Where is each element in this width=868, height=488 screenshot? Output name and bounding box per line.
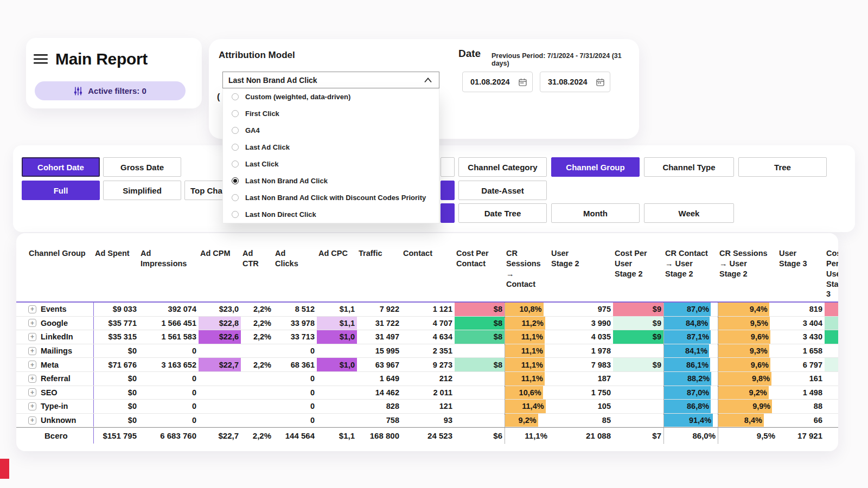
attribution-option-label: Last Ad Click xyxy=(245,143,290,151)
report-type-button-channel-group[interactable]: Channel Group xyxy=(551,157,640,177)
table-cell: $22,7 xyxy=(199,428,241,444)
report-type-button-channel-category[interactable]: Channel Category xyxy=(458,157,547,177)
report-type-button-full[interactable]: Full xyxy=(22,181,100,200)
attribution-option[interactable]: First Click xyxy=(223,105,439,122)
expand-row-icon[interactable]: + xyxy=(28,402,36,410)
table-cell: 121 xyxy=(401,400,455,413)
date-to-input[interactable]: 31.08.2024 xyxy=(540,72,610,92)
date-from-input[interactable]: 01.08.2024 xyxy=(462,72,533,92)
attribution-option[interactable]: Last Click xyxy=(223,156,439,172)
table-cell xyxy=(199,386,241,400)
table-cell: $6 xyxy=(455,428,505,444)
report-type-button-tree[interactable]: Tree xyxy=(738,157,827,177)
table-cell xyxy=(613,386,663,400)
radio-icon[interactable] xyxy=(232,194,239,201)
channel-name: Google xyxy=(41,319,68,328)
table-cell: 0 xyxy=(139,372,199,386)
previous-period-label: Previous Period: 7/1/2024 - 7/31/2024 (3… xyxy=(492,52,639,67)
table-column-header: Ad Impressions xyxy=(139,248,199,301)
expand-row-icon[interactable]: + xyxy=(28,361,36,369)
table-cell xyxy=(825,428,838,444)
table-cell: $9 xyxy=(613,303,663,316)
radio-icon[interactable] xyxy=(232,127,239,134)
attribution-option[interactable]: Last Non Brand Ad Click with Discount Co… xyxy=(223,189,439,206)
expand-row-icon[interactable]: + xyxy=(28,333,36,341)
table-cell: $1,0 xyxy=(317,358,357,371)
table-column-header: Cost Per User Stage 2 xyxy=(613,248,663,301)
expand-row-icon[interactable]: + xyxy=(28,375,36,383)
attribution-dropdown: Last Non Brand Ad Click Custom (weighted… xyxy=(222,72,439,223)
report-type-button-week[interactable]: Week xyxy=(644,203,734,223)
attribution-option-label: Last Non Direct Click xyxy=(245,210,316,219)
calendar-icon xyxy=(596,78,604,86)
table-cell: $0 xyxy=(93,372,139,386)
report-type-button-date-tree[interactable]: Date Tree xyxy=(458,203,547,223)
table-cell: $22,7 xyxy=(199,358,241,371)
table-column-header: CR Sessions → User Stage 2 xyxy=(718,248,777,301)
table-cell xyxy=(317,344,357,358)
table-cell: $8 xyxy=(455,358,505,371)
table-cell: $9 xyxy=(613,330,663,344)
attribution-option-label: First Click xyxy=(245,110,279,118)
radio-icon[interactable] xyxy=(232,160,239,168)
radio-selected-icon[interactable] xyxy=(232,177,239,184)
hidden-button[interactable] xyxy=(441,181,455,200)
attribution-option[interactable]: GA4 xyxy=(223,122,439,139)
radio-icon[interactable] xyxy=(232,110,239,117)
table-cell: 31 722 xyxy=(357,317,401,330)
table-column-header: Contact xyxy=(401,248,455,301)
table-cell: 9,4% xyxy=(718,303,777,316)
report-type-button-simplified[interactable]: Simplified xyxy=(103,181,181,200)
table-row: +Type-in$00082812111,4%10586,8%9,9%88 xyxy=(16,400,838,414)
attribution-option[interactable]: Custom (weighted, data-driven) xyxy=(223,88,439,105)
table-cell: $0 xyxy=(93,400,139,413)
table-cell xyxy=(199,414,241,427)
table-cell: 1 498 xyxy=(777,386,825,400)
table-cell xyxy=(317,372,357,386)
report-type-button-month[interactable]: Month xyxy=(551,203,640,223)
table-cell: $9 xyxy=(613,317,663,330)
table-cell: 63 967 xyxy=(357,358,401,371)
expand-row-icon[interactable]: + xyxy=(28,416,36,425)
table-cell xyxy=(455,344,505,358)
channel-name: SEO xyxy=(41,388,58,397)
hidden-button[interactable] xyxy=(441,157,455,177)
table-column-header: Ad Spent xyxy=(93,248,139,301)
menu-icon[interactable] xyxy=(34,54,48,65)
table-cell: 4 634 xyxy=(401,330,455,344)
report-type-button-date-asset[interactable]: Date-Asset xyxy=(458,181,547,200)
stray-paren-text: ( xyxy=(217,92,220,102)
table-cell xyxy=(825,344,838,358)
attribution-option[interactable]: Last Non Direct Click xyxy=(223,206,439,223)
table-cell: 10,6% xyxy=(505,386,550,400)
expand-row-icon[interactable]: + xyxy=(28,347,36,355)
table-cell xyxy=(455,400,505,413)
table-cell: 0 xyxy=(273,344,317,358)
table-cell xyxy=(455,414,505,427)
attribution-option[interactable]: Last Non Brand Ad Click xyxy=(223,172,439,189)
expand-row-icon[interactable]: + xyxy=(28,305,36,313)
table-cell: 6 797 xyxy=(777,358,825,371)
attribution-select[interactable]: Last Non Brand Ad Click xyxy=(222,72,439,88)
expand-row-icon[interactable]: + xyxy=(28,319,36,327)
report-type-button-channel-type[interactable]: Channel Type xyxy=(644,157,734,177)
report-type-button-gross-date[interactable]: Gross Date xyxy=(103,157,181,177)
table-cell xyxy=(241,400,273,413)
attribution-option[interactable]: Last Ad Click xyxy=(223,139,439,156)
active-filters-pill[interactable]: Active filters: 0 xyxy=(35,81,186,100)
table-cell xyxy=(455,386,505,400)
hidden-button[interactable] xyxy=(441,203,455,223)
expand-row-icon[interactable]: + xyxy=(28,388,36,396)
report-type-button-cohort-date[interactable]: Cohort Date xyxy=(22,157,100,177)
table-cell: 758 xyxy=(357,414,401,427)
table-cell: 0 xyxy=(273,372,317,386)
table-cell: 24 523 xyxy=(401,428,455,444)
table-cell: 88 xyxy=(777,400,825,413)
radio-icon[interactable] xyxy=(232,211,239,218)
table-cell: 7 983 xyxy=(550,358,613,371)
table-cell: 87,0% xyxy=(663,303,718,316)
attribution-selected-value: Last Non Brand Ad Click xyxy=(228,76,317,85)
table-cell xyxy=(317,414,357,427)
radio-icon[interactable] xyxy=(232,93,239,100)
radio-icon[interactable] xyxy=(232,144,239,151)
